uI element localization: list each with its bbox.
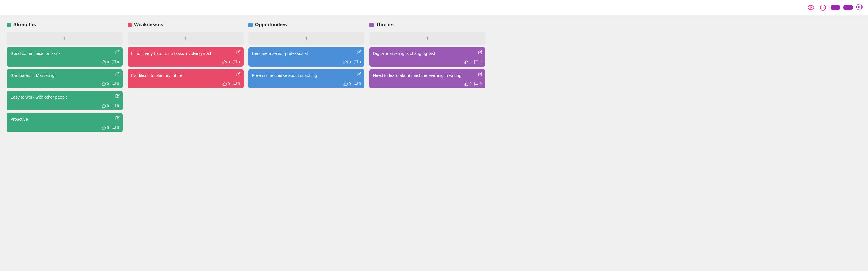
comment-button-strengths-1[interactable]: 0 [112, 81, 119, 86]
card-text-strengths-2: Easy to work with other people [10, 95, 119, 101]
comment-button-strengths-3[interactable]: 0 [112, 125, 119, 130]
card-text-weaknesses-0: I find it very hard to do tasks involvin… [131, 51, 240, 57]
card-text-strengths-0: Good communication skills [10, 51, 119, 57]
card-weaknesses-0: I find it very hard to do tasks involvin… [128, 47, 244, 67]
thumbs-up-icon [222, 60, 227, 64]
thumbs-up-icon [101, 125, 106, 130]
card-text-strengths-3: Proactive [10, 116, 119, 123]
card-opportunities-1: Free online course about coaching00 [248, 69, 365, 89]
card-text-strengths-1: Graduated in Marketing [10, 73, 119, 79]
comment-count-opportunities-0: 0 [359, 60, 361, 64]
card-threats-1: Need to learn about machine learning in … [369, 69, 485, 89]
settings-button[interactable] [856, 4, 863, 12]
edit-icon-threats-0[interactable] [478, 50, 483, 55]
thumbs-up-icon [101, 103, 106, 108]
comment-icon [353, 60, 358, 64]
card-text-threats-0: Digital marketing is changing fast [373, 51, 482, 57]
column-title-opportunities: Opportunities [255, 22, 287, 28]
column-title-threats: Threats [376, 22, 394, 28]
column-weaknesses: Weaknesses+I find it very hard to do tas… [125, 21, 246, 135]
card-opportunities-0: Become a senior professional00 [248, 47, 365, 67]
edit-icon-weaknesses-0[interactable] [236, 50, 241, 55]
column-strengths: Strengths+Good communication skills00Gra… [4, 21, 125, 135]
like-button-strengths-0[interactable]: 0 [101, 60, 109, 64]
edit-icon-strengths-0[interactable] [116, 50, 120, 55]
add-card-button-strengths[interactable]: + [7, 32, 123, 45]
edit-icon-weaknesses-1[interactable] [236, 72, 241, 77]
like-button-strengths-3[interactable]: 0 [101, 125, 109, 130]
comment-icon [232, 81, 237, 86]
card-footer-strengths-1: 00 [10, 81, 119, 86]
column-header-threats: Threats [369, 21, 485, 29]
comment-count-threats-0: 0 [479, 60, 482, 64]
card-strengths-1: Graduated in Marketing00 [7, 69, 123, 89]
comment-icon [474, 81, 479, 86]
thumbs-up-icon [343, 81, 348, 86]
like-button-strengths-1[interactable]: 0 [101, 81, 109, 86]
like-button-weaknesses-0[interactable]: 0 [222, 60, 230, 64]
add-card-button-threats[interactable]: + [369, 32, 485, 45]
comment-button-opportunities-0[interactable]: 0 [353, 60, 361, 64]
eye-icon [808, 4, 814, 11]
comment-button-weaknesses-1[interactable]: 0 [232, 81, 240, 86]
comment-count-opportunities-1: 0 [359, 81, 361, 86]
column-threats: Threats+Digital marketing is changing fa… [367, 21, 488, 135]
comment-icon [112, 60, 116, 64]
comment-button-threats-0[interactable]: 0 [474, 60, 482, 64]
eye-icon-button[interactable] [806, 3, 815, 12]
edit-icon-opportunities-0[interactable] [357, 50, 362, 55]
like-count-weaknesses-0: 0 [228, 60, 230, 64]
card-weaknesses-1: It's dificult to plan my future00 [128, 69, 244, 89]
new-column-button[interactable] [843, 5, 853, 10]
like-count-strengths-1: 0 [107, 81, 109, 86]
column-dot-weaknesses [128, 23, 132, 27]
like-count-opportunities-1: 0 [349, 81, 351, 86]
thumbs-up-icon [101, 81, 106, 86]
comment-count-strengths-0: 0 [117, 60, 119, 64]
edit-icon-opportunities-1[interactable] [357, 72, 362, 77]
like-button-threats-1[interactable]: 0 [464, 81, 472, 86]
comment-button-opportunities-1[interactable]: 0 [353, 81, 361, 86]
settings-icon [856, 4, 863, 10]
like-button-threats-0[interactable]: 0 [464, 60, 472, 64]
comment-icon [353, 81, 358, 86]
comment-button-threats-1[interactable]: 0 [474, 81, 482, 86]
thumbs-up-icon [464, 81, 469, 86]
edit-icon-strengths-1[interactable] [116, 72, 120, 77]
edit-icon-strengths-3[interactable] [116, 116, 120, 121]
like-count-threats-1: 0 [470, 81, 472, 86]
like-count-opportunities-0: 0 [349, 60, 351, 64]
edit-icon-strengths-2[interactable] [116, 94, 120, 99]
thumbs-up-icon [464, 60, 469, 64]
header [0, 0, 868, 15]
comment-button-strengths-0[interactable]: 0 [112, 60, 119, 64]
thumbs-up-icon [101, 60, 106, 64]
column-dot-threats [369, 23, 374, 27]
share-button[interactable] [831, 5, 840, 10]
comment-icon [112, 125, 116, 130]
like-count-strengths-0: 0 [107, 60, 109, 64]
add-card-button-opportunities[interactable]: + [248, 32, 365, 45]
clock-icon-button[interactable] [818, 3, 828, 12]
column-title-weaknesses: Weaknesses [134, 22, 163, 28]
like-button-opportunities-0[interactable]: 0 [343, 60, 351, 64]
like-button-weaknesses-1[interactable]: 0 [222, 81, 230, 86]
column-header-strengths: Strengths [7, 21, 123, 29]
add-card-button-weaknesses[interactable]: + [128, 32, 244, 45]
comment-button-weaknesses-0[interactable]: 0 [232, 60, 240, 64]
like-count-strengths-3: 0 [107, 125, 109, 130]
column-dot-strengths [7, 23, 11, 27]
thumbs-up-icon [343, 60, 348, 64]
comment-count-threats-1: 0 [479, 81, 482, 86]
edit-icon-threats-1[interactable] [478, 72, 483, 77]
like-button-opportunities-1[interactable]: 0 [343, 81, 351, 86]
column-title-strengths: Strengths [13, 22, 36, 28]
card-threats-0: Digital marketing is changing fast00 [369, 47, 485, 67]
comment-count-strengths-1: 0 [117, 81, 119, 86]
card-footer-threats-0: 00 [373, 60, 482, 64]
like-button-strengths-2[interactable]: 0 [101, 103, 109, 108]
card-footer-opportunities-1: 00 [252, 81, 361, 86]
comment-icon [474, 60, 479, 64]
header-actions [806, 3, 863, 12]
comment-button-strengths-2[interactable]: 0 [112, 103, 119, 108]
